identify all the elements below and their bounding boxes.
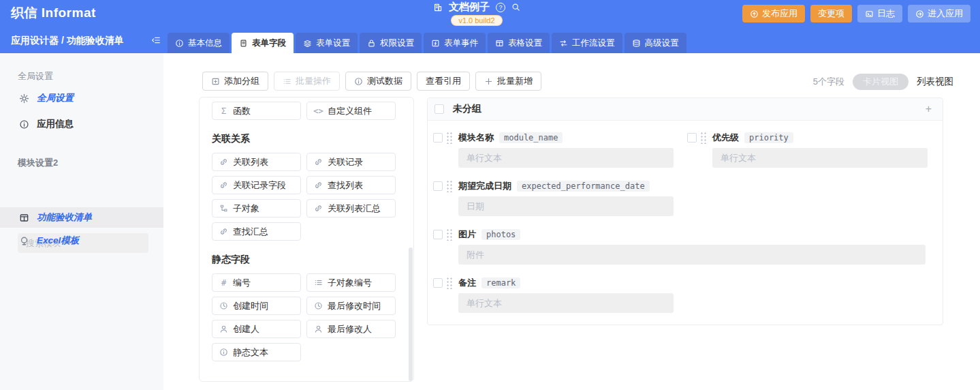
- field-checkbox[interactable]: [433, 230, 443, 239]
- drag-handle-icon[interactable]: [447, 132, 452, 144]
- tab-label: 工作流设置: [572, 38, 615, 49]
- global-section-title: 全局设置: [18, 70, 53, 82]
- tab-label: 高级设置: [645, 38, 679, 49]
- collapse-sidebar-icon[interactable]: [151, 35, 161, 45]
- log-icon: [865, 10, 874, 18]
- database-icon: [632, 39, 641, 48]
- sidebar-item-excel-template[interactable]: Excel模板: [0, 230, 163, 251]
- drag-handle-icon[interactable]: [701, 132, 706, 144]
- palette-item-related-record-field[interactable]: 关联记录字段: [212, 176, 301, 194]
- batch-add-button[interactable]: 批量新增: [475, 72, 541, 91]
- person-icon: [314, 325, 323, 333]
- sidebar-item-label: Excel模板: [37, 235, 79, 247]
- field-checkbox[interactable]: [687, 133, 697, 142]
- info-icon: [354, 77, 363, 86]
- button-label: 批量新增: [497, 75, 533, 87]
- field-input-preview[interactable]: 单行文本: [458, 293, 674, 313]
- card-view-toggle[interactable]: 卡片视图: [853, 74, 908, 90]
- tab-form-settings[interactable]: 表单设置: [296, 33, 358, 53]
- field-checkbox[interactable]: [433, 181, 443, 191]
- field-label: 图片: [458, 228, 476, 241]
- sidebar-item-app-info[interactable]: 应用信息: [0, 114, 163, 134]
- palette-item-label: 子对象: [233, 202, 259, 215]
- add-field-icon[interactable]: +: [926, 103, 932, 115]
- palette-item-label: 查找汇总: [233, 226, 268, 238]
- workflow-icon: [559, 39, 568, 48]
- palette-item-created-time[interactable]: 创建时间: [212, 297, 301, 315]
- enter-app-button[interactable]: 进入应用: [908, 5, 970, 22]
- palette-item-label: 关联记录: [328, 156, 363, 168]
- palette-item-creator[interactable]: 创建人: [212, 320, 301, 338]
- palette-item-label: 静态文本: [233, 346, 268, 359]
- view-references-button[interactable]: 查看引用: [417, 72, 470, 91]
- palette-item-function[interactable]: Σ 函数: [212, 102, 301, 120]
- gear-icon: [19, 93, 29, 104]
- field-input-preview[interactable]: 日期: [458, 196, 674, 216]
- field-input-preview[interactable]: 单行文本: [458, 148, 674, 168]
- tab-permission-settings[interactable]: 权限设置: [360, 33, 422, 53]
- tab-label: 基本信息: [188, 38, 222, 49]
- palette-item-serial-number[interactable]: # 编号: [212, 273, 301, 292]
- palette-item-label: 创建人: [233, 323, 259, 335]
- nav-bar: 应用设计器 / 功能验收清单 基本信息 表单字段 表单设置 权限设置 表单事件 …: [0, 27, 980, 53]
- field-checkbox[interactable]: [433, 278, 443, 288]
- sidebar-item-label: 全局设置: [37, 92, 74, 104]
- clock-icon: [314, 301, 323, 310]
- help-icon[interactable]: ?: [496, 3, 505, 12]
- palette-item-last-modified-time[interactable]: 最后修改时间: [306, 297, 396, 315]
- button-label: 添加分组: [224, 75, 259, 87]
- palette-scrollbar[interactable]: [409, 247, 413, 381]
- log-label: 日志: [877, 7, 895, 20]
- palette-item-sub-object[interactable]: 子对象: [212, 199, 301, 217]
- field-label: 模块名称: [458, 132, 494, 144]
- palette-item-static-text[interactable]: 静态文本: [212, 343, 301, 361]
- field-checkbox[interactable]: [433, 133, 443, 142]
- tab-workflow-settings[interactable]: 工作流设置: [552, 33, 622, 53]
- tab-basic-info[interactable]: 基本信息: [168, 33, 230, 53]
- drag-handle-icon[interactable]: [447, 278, 452, 289]
- tab-advanced-settings[interactable]: 高级设置: [625, 33, 686, 53]
- palette-section-title-relations: 关联关系: [212, 133, 413, 145]
- batch-operation-button[interactable]: 批量操作: [274, 72, 340, 91]
- table-icon: [495, 39, 504, 48]
- palette-item-related-list[interactable]: 关联列表: [212, 153, 301, 171]
- tree-icon: [219, 204, 228, 213]
- info-icon: [175, 39, 184, 48]
- group-checkbox[interactable]: [434, 104, 444, 114]
- code-icon: <>: [314, 106, 323, 115]
- palette-item-custom-component[interactable]: <> 自定义组件: [306, 102, 396, 120]
- drag-handle-icon[interactable]: [447, 181, 452, 192]
- list-view-toggle[interactable]: 列表视图: [917, 76, 953, 88]
- palette-item-related-list-summary[interactable]: 关联列表汇总: [306, 199, 396, 217]
- search-icon[interactable]: [511, 3, 520, 12]
- add-group-button[interactable]: 添加分组: [202, 72, 268, 91]
- palette-item-label: 创建时间: [233, 300, 268, 312]
- palette-item-lookup-summary[interactable]: 查找汇总: [212, 222, 301, 241]
- sidebar-item-global-settings[interactable]: 全局设置: [0, 88, 163, 108]
- palette-item-related-record[interactable]: 关联记录: [306, 153, 396, 171]
- button-label: 测试数据: [367, 75, 402, 87]
- palette-item-last-modifier[interactable]: 最后修改人: [306, 320, 396, 338]
- tab-form-events[interactable]: 表单事件: [424, 33, 486, 53]
- field-count: 5个字段: [813, 76, 844, 88]
- field-input-preview[interactable]: 附件: [458, 245, 926, 265]
- change-items-button[interactable]: 变更项: [810, 5, 852, 22]
- publish-app-button[interactable]: 发布应用: [742, 5, 805, 22]
- tab-label: 权限设置: [380, 38, 414, 49]
- link-icon: [314, 181, 323, 190]
- module-section-title: 模块设置2: [18, 157, 58, 169]
- app-icon: [433, 3, 443, 12]
- field-label: 备注: [458, 277, 476, 289]
- palette-item-subobject-number[interactable]: 子对象编号: [306, 273, 396, 292]
- sidebar-item-module-checklist[interactable]: 功能验收清单: [0, 207, 163, 228]
- drag-handle-icon[interactable]: [447, 229, 452, 241]
- palette-item-label: 子对象编号: [328, 277, 372, 289]
- breadcrumb: 应用设计器 / 功能验收清单: [11, 35, 124, 47]
- field-input-preview[interactable]: 单行文本: [712, 148, 928, 168]
- tab-label: 表格设置: [508, 38, 542, 49]
- tab-form-fields[interactable]: 表单字段: [232, 33, 294, 53]
- tab-table-settings[interactable]: 表格设置: [488, 33, 550, 53]
- palette-item-lookup-list[interactable]: 查找列表: [306, 176, 396, 194]
- log-button[interactable]: 日志: [857, 5, 902, 22]
- test-data-button[interactable]: 测试数据: [345, 72, 411, 91]
